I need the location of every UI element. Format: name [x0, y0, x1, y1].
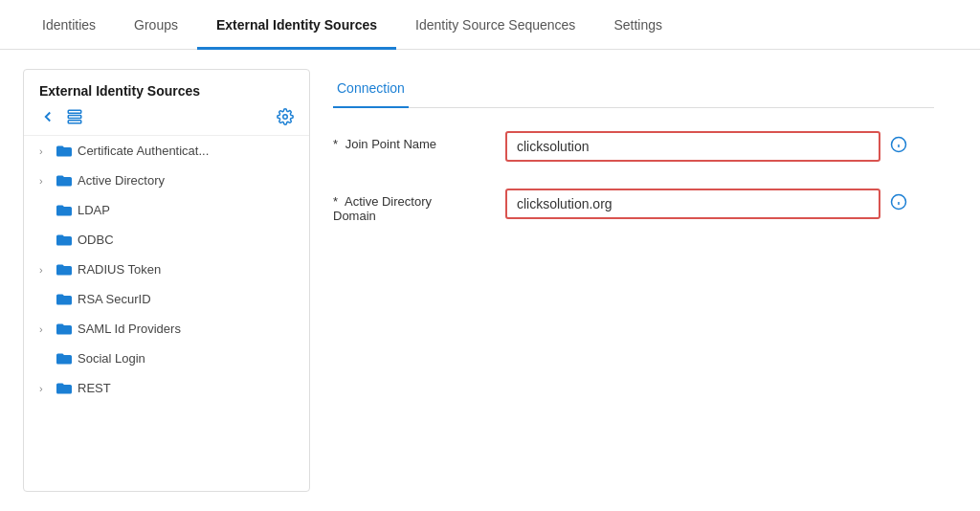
label-text: Join Point Name: [345, 137, 436, 151]
chevron-icon: ›: [39, 383, 51, 394]
tree-item-label: SAML Id Providers: [78, 322, 181, 336]
info-icon[interactable]: [890, 193, 907, 214]
label-text: Active DirectoryDomain: [333, 194, 432, 223]
join-point-name-label: * Join Point Name: [333, 131, 486, 151]
left-panel: External Identity Sources: [23, 69, 310, 492]
tree-item-radius-token[interactable]: › RADIUS Token: [24, 255, 309, 284]
right-panel: Connection * Join Point Name: [310, 69, 957, 492]
chevron-icon: ›: [39, 175, 51, 187]
folder-icon: [56, 293, 72, 306]
required-star: *: [333, 194, 338, 209]
nav-item-identity-source-sequences[interactable]: Identity Source Sequences: [396, 0, 594, 50]
main-content: External Identity Sources: [0, 50, 980, 511]
tree-item-label: RSA SecurID: [78, 292, 151, 306]
tree-item-ldap[interactable]: LDAP: [24, 195, 309, 225]
tree-item-label: Social Login: [78, 351, 145, 366]
chevron-icon: ›: [39, 323, 51, 335]
toolbar-left: [39, 108, 83, 125]
tree-list: › Certificate Authenticat... › Active Di…: [24, 136, 309, 403]
active-directory-domain-input[interactable]: [505, 189, 880, 219]
list-icon[interactable]: [66, 108, 83, 125]
folder-icon: [56, 174, 72, 188]
top-navigation: Identities Groups External Identity Sour…: [0, 0, 980, 50]
active-directory-domain-input-wrap: [505, 189, 907, 219]
tree-item-rest[interactable]: › REST: [24, 373, 309, 403]
info-icon[interactable]: [890, 136, 907, 157]
tree-item-label: LDAP: [78, 203, 110, 217]
folder-icon: [56, 263, 72, 277]
form-row-active-directory-domain: * Active DirectoryDomain: [333, 189, 934, 223]
folder-icon: [56, 204, 72, 217]
svg-rect-0: [68, 110, 81, 113]
required-star: *: [333, 137, 338, 151]
tab-bar: Connection: [333, 69, 934, 108]
folder-icon: [56, 144, 72, 158]
svg-rect-2: [68, 121, 81, 123]
chevron-icon: ›: [39, 145, 51, 157]
nav-item-groups[interactable]: Groups: [115, 0, 197, 50]
tree-item-active-directory[interactable]: › Active Directory: [24, 166, 309, 195]
nav-item-settings[interactable]: Settings: [594, 0, 681, 50]
tree-item-social-login[interactable]: Social Login: [24, 344, 309, 373]
tree-item-odbc[interactable]: ODBC: [24, 225, 309, 255]
folder-icon: [56, 233, 72, 247]
left-panel-toolbar: [39, 108, 294, 125]
nav-item-external-identity-sources[interactable]: External Identity Sources: [197, 0, 396, 50]
svg-point-3: [283, 115, 288, 120]
left-panel-title: External Identity Sources: [39, 83, 294, 99]
join-point-name-input-wrap: [505, 131, 907, 162]
tree-item-rsa-securid[interactable]: RSA SecurID: [24, 284, 309, 314]
form: * Join Point Name: [333, 131, 934, 223]
join-point-name-input[interactable]: [505, 131, 880, 162]
form-row-join-point-name: * Join Point Name: [333, 131, 934, 162]
gear-icon[interactable]: [277, 108, 294, 125]
folder-icon: [56, 352, 72, 366]
nav-item-identities[interactable]: Identities: [23, 0, 115, 50]
chevron-icon: ›: [39, 264, 51, 276]
tree-item-label: Active Directory: [78, 173, 165, 188]
tree-item-label: Certificate Authenticat...: [78, 144, 209, 158]
tab-connection[interactable]: Connection: [333, 69, 409, 107]
folder-icon: [56, 382, 72, 395]
tree-item-label: RADIUS Token: [78, 262, 161, 277]
tree-item-label: REST: [78, 381, 111, 395]
svg-rect-1: [68, 116, 81, 119]
tree-item-certificate-auth[interactable]: › Certificate Authenticat...: [24, 136, 309, 166]
tree-item-label: ODBC: [78, 233, 114, 247]
back-icon[interactable]: [39, 108, 56, 125]
tree-item-saml-id-providers[interactable]: › SAML Id Providers: [24, 314, 309, 344]
folder-icon: [56, 322, 72, 336]
left-panel-header: External Identity Sources: [24, 70, 309, 136]
active-directory-domain-label: * Active DirectoryDomain: [333, 189, 486, 223]
